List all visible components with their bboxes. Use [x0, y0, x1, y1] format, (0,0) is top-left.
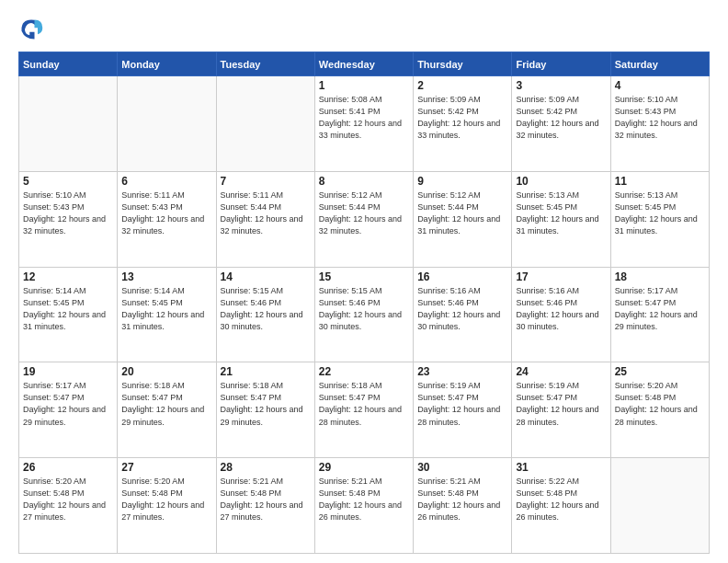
day-number: 1 [319, 79, 409, 92]
day-info: Sunrise: 5:20 AM Sunset: 5:48 PM Dayligh… [23, 476, 113, 523]
calendar-cell: 11 Sunrise: 5:13 AM Sunset: 5:45 PM Dayl… [610, 171, 709, 267]
day-info: Sunrise: 5:21 AM Sunset: 5:48 PM Dayligh… [221, 476, 311, 523]
day-info: Sunrise: 5:17 AM Sunset: 5:47 PM Dayligh… [615, 285, 705, 333]
calendar-cell [19, 76, 118, 172]
calendar-cell: 28 Sunrise: 5:21 AM Sunset: 5:48 PM Dayl… [216, 458, 314, 554]
calendar-cell: 23 Sunrise: 5:19 AM Sunset: 5:47 PM Dayl… [414, 362, 512, 458]
day-info: Sunrise: 5:19 AM Sunset: 5:47 PM Dayligh… [516, 380, 606, 428]
calendar-cell: 25 Sunrise: 5:20 AM Sunset: 5:48 PM Dayl… [610, 362, 709, 458]
weekday-header-friday: Friday [512, 52, 610, 76]
calendar-cell: 7 Sunrise: 5:11 AM Sunset: 5:44 PM Dayli… [216, 171, 314, 267]
calendar-cell: 3 Sunrise: 5:09 AM Sunset: 5:42 PM Dayli… [512, 76, 610, 172]
day-number: 10 [516, 175, 606, 188]
day-number: 17 [516, 270, 606, 283]
week-row-2: 5 Sunrise: 5:10 AM Sunset: 5:43 PM Dayli… [19, 171, 710, 267]
weekday-header-row: SundayMondayTuesdayWednesdayThursdayFrid… [19, 52, 710, 76]
calendar-cell: 24 Sunrise: 5:19 AM Sunset: 5:47 PM Dayl… [512, 362, 610, 458]
day-info: Sunrise: 5:08 AM Sunset: 5:41 PM Dayligh… [319, 94, 409, 142]
calendar-cell: 8 Sunrise: 5:12 AM Sunset: 5:44 PM Dayli… [314, 171, 413, 267]
calendar-cell: 9 Sunrise: 5:12 AM Sunset: 5:44 PM Dayli… [414, 171, 512, 267]
day-info: Sunrise: 5:20 AM Sunset: 5:48 PM Dayligh… [121, 476, 211, 523]
calendar-cell: 29 Sunrise: 5:21 AM Sunset: 5:48 PM Dayl… [314, 458, 413, 554]
day-number: 5 [23, 175, 113, 188]
day-number: 29 [319, 461, 409, 474]
day-number: 18 [615, 270, 705, 283]
calendar-cell: 18 Sunrise: 5:17 AM Sunset: 5:47 PM Dayl… [610, 267, 709, 362]
calendar-cell: 10 Sunrise: 5:13 AM Sunset: 5:45 PM Dayl… [512, 171, 610, 267]
weekday-header-wednesday: Wednesday [314, 52, 413, 76]
calendar-cell: 22 Sunrise: 5:18 AM Sunset: 5:47 PM Dayl… [314, 362, 413, 458]
day-info: Sunrise: 5:15 AM Sunset: 5:46 PM Dayligh… [319, 285, 409, 333]
calendar-cell: 15 Sunrise: 5:15 AM Sunset: 5:46 PM Dayl… [314, 267, 413, 362]
day-info: Sunrise: 5:20 AM Sunset: 5:48 PM Dayligh… [615, 380, 705, 428]
weekday-header-monday: Monday [118, 52, 216, 76]
day-number: 30 [417, 461, 507, 474]
calendar-cell: 2 Sunrise: 5:09 AM Sunset: 5:42 PM Dayli… [414, 76, 512, 172]
day-info: Sunrise: 5:10 AM Sunset: 5:43 PM Dayligh… [615, 94, 705, 142]
day-number: 31 [516, 461, 606, 474]
day-number: 13 [121, 270, 211, 283]
day-info: Sunrise: 5:09 AM Sunset: 5:42 PM Dayligh… [417, 94, 507, 142]
header [18, 17, 710, 42]
week-row-5: 26 Sunrise: 5:20 AM Sunset: 5:48 PM Dayl… [19, 458, 710, 554]
calendar-cell: 14 Sunrise: 5:15 AM Sunset: 5:46 PM Dayl… [216, 267, 314, 362]
calendar-cell: 30 Sunrise: 5:21 AM Sunset: 5:48 PM Dayl… [414, 458, 512, 554]
weekday-header-tuesday: Tuesday [216, 52, 314, 76]
day-number: 7 [221, 175, 311, 188]
day-number: 15 [319, 270, 409, 283]
calendar-cell: 12 Sunrise: 5:14 AM Sunset: 5:45 PM Dayl… [19, 267, 118, 362]
calendar-cell: 5 Sunrise: 5:10 AM Sunset: 5:43 PM Dayli… [19, 171, 118, 267]
week-row-1: 1 Sunrise: 5:08 AM Sunset: 5:41 PM Dayli… [19, 76, 710, 172]
day-info: Sunrise: 5:22 AM Sunset: 5:48 PM Dayligh… [516, 476, 606, 523]
calendar-cell: 17 Sunrise: 5:16 AM Sunset: 5:46 PM Dayl… [512, 267, 610, 362]
day-info: Sunrise: 5:13 AM Sunset: 5:45 PM Dayligh… [615, 190, 705, 237]
calendar-cell [610, 458, 709, 554]
day-number: 14 [221, 270, 311, 283]
day-info: Sunrise: 5:18 AM Sunset: 5:47 PM Dayligh… [319, 380, 409, 428]
day-info: Sunrise: 5:12 AM Sunset: 5:44 PM Dayligh… [417, 190, 507, 237]
calendar-cell: 13 Sunrise: 5:14 AM Sunset: 5:45 PM Dayl… [118, 267, 216, 362]
day-number: 9 [417, 175, 507, 188]
day-number: 2 [417, 79, 507, 92]
calendar-cell: 20 Sunrise: 5:18 AM Sunset: 5:47 PM Dayl… [118, 362, 216, 458]
calendar-cell: 16 Sunrise: 5:16 AM Sunset: 5:46 PM Dayl… [414, 267, 512, 362]
day-info: Sunrise: 5:12 AM Sunset: 5:44 PM Dayligh… [319, 190, 409, 237]
day-info: Sunrise: 5:15 AM Sunset: 5:46 PM Dayligh… [221, 285, 311, 333]
calendar-cell: 26 Sunrise: 5:20 AM Sunset: 5:48 PM Dayl… [19, 458, 118, 554]
calendar-cell: 6 Sunrise: 5:11 AM Sunset: 5:43 PM Dayli… [118, 171, 216, 267]
day-number: 25 [615, 365, 705, 378]
day-info: Sunrise: 5:18 AM Sunset: 5:47 PM Dayligh… [121, 380, 211, 428]
day-number: 11 [615, 175, 705, 188]
day-info: Sunrise: 5:19 AM Sunset: 5:47 PM Dayligh… [417, 380, 507, 428]
calendar-table: SundayMondayTuesdayWednesdayThursdayFrid… [18, 52, 710, 554]
day-info: Sunrise: 5:14 AM Sunset: 5:45 PM Dayligh… [121, 285, 211, 333]
calendar-cell: 21 Sunrise: 5:18 AM Sunset: 5:47 PM Dayl… [216, 362, 314, 458]
day-info: Sunrise: 5:13 AM Sunset: 5:45 PM Dayligh… [516, 190, 606, 237]
day-number: 28 [221, 461, 311, 474]
day-info: Sunrise: 5:18 AM Sunset: 5:47 PM Dayligh… [221, 380, 311, 428]
day-info: Sunrise: 5:11 AM Sunset: 5:44 PM Dayligh… [221, 190, 311, 237]
calendar-cell: 4 Sunrise: 5:10 AM Sunset: 5:43 PM Dayli… [610, 76, 709, 172]
day-info: Sunrise: 5:11 AM Sunset: 5:43 PM Dayligh… [121, 190, 211, 237]
day-info: Sunrise: 5:09 AM Sunset: 5:42 PM Dayligh… [516, 94, 606, 142]
logo-icon [18, 17, 44, 42]
day-info: Sunrise: 5:16 AM Sunset: 5:46 PM Dayligh… [516, 285, 606, 333]
day-number: 6 [121, 175, 211, 188]
day-number: 3 [516, 79, 606, 92]
day-number: 26 [23, 461, 113, 474]
day-info: Sunrise: 5:16 AM Sunset: 5:46 PM Dayligh… [417, 285, 507, 333]
page: SundayMondayTuesdayWednesdayThursdayFrid… [0, 0, 728, 563]
day-number: 16 [417, 270, 507, 283]
day-number: 8 [319, 175, 409, 188]
day-info: Sunrise: 5:21 AM Sunset: 5:48 PM Dayligh… [319, 476, 409, 523]
day-number: 24 [516, 365, 606, 378]
week-row-4: 19 Sunrise: 5:17 AM Sunset: 5:47 PM Dayl… [19, 362, 710, 458]
day-info: Sunrise: 5:21 AM Sunset: 5:48 PM Dayligh… [417, 476, 507, 523]
day-number: 27 [121, 461, 211, 474]
calendar-cell [118, 76, 216, 172]
calendar-cell [216, 76, 314, 172]
calendar-cell: 1 Sunrise: 5:08 AM Sunset: 5:41 PM Dayli… [314, 76, 413, 172]
day-number: 12 [23, 270, 113, 283]
weekday-header-saturday: Saturday [610, 52, 709, 76]
week-row-3: 12 Sunrise: 5:14 AM Sunset: 5:45 PM Dayl… [19, 267, 710, 362]
